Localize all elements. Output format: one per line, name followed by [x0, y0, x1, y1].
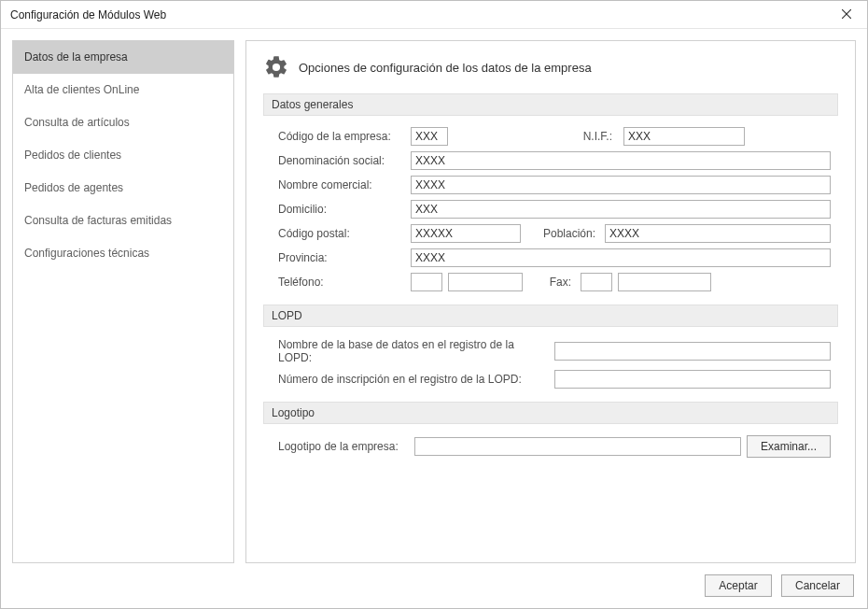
sidebar-item-config-tecnicas[interactable]: Configuraciones técnicas	[13, 237, 233, 270]
close-icon	[842, 8, 851, 21]
close-button[interactable]	[825, 1, 867, 29]
label-lopd-num: Número de inscripción en el registro de …	[278, 373, 549, 386]
lopd-db-input[interactable]	[554, 342, 831, 361]
label-provincia: Provincia:	[278, 251, 405, 264]
sidebar-item-label: Pedidos de agentes	[24, 181, 123, 194]
denominacion-input[interactable]	[411, 151, 831, 170]
label-poblacion: Población:	[526, 227, 599, 240]
section-title-general: Datos generales	[263, 93, 838, 116]
provincia-input[interactable]	[411, 248, 831, 267]
main-panel: Opciones de configuración de los datos d…	[245, 40, 856, 563]
comercial-input[interactable]	[411, 176, 831, 194]
codigo-empresa-input[interactable]	[411, 127, 448, 146]
sidebar: Datos de la empresa Alta de clientes OnL…	[12, 40, 234, 563]
sidebar-item-label: Alta de clientes OnLine	[24, 83, 139, 96]
gear-icon	[263, 54, 289, 80]
label-codigo-postal: Código postal:	[278, 227, 405, 240]
sidebar-item-consulta-articulos[interactable]: Consulta de artículos	[13, 106, 233, 139]
sidebar-item-label: Datos de la empresa	[24, 50, 128, 64]
label-lopd-db: Nombre de la base de datos en el registr…	[278, 338, 549, 364]
label-nif: N.I.F.:	[454, 130, 618, 143]
label-telefono: Teléfono:	[278, 276, 405, 289]
codigo-postal-input[interactable]	[411, 224, 521, 243]
sidebar-item-label: Consulta de facturas emitidas	[24, 214, 172, 227]
sidebar-item-label: Pedidos de clientes	[24, 149, 121, 162]
fax-prefix-input[interactable]	[581, 273, 612, 291]
fax-number-input[interactable]	[618, 273, 711, 291]
section-title-logo: Logotipo	[263, 402, 838, 424]
panel-title: Opciones de configuración de los datos d…	[299, 61, 592, 75]
sidebar-item-pedidos-agentes[interactable]: Pedidos de agentes	[13, 172, 233, 205]
lopd-num-input[interactable]	[554, 370, 831, 389]
logo-path-input[interactable]	[414, 437, 741, 456]
sidebar-item-consulta-facturas[interactable]: Consulta de facturas emitidas	[13, 205, 233, 237]
label-logo: Logotipo de la empresa:	[278, 440, 409, 453]
sidebar-item-pedidos-clientes[interactable]: Pedidos de clientes	[13, 139, 233, 172]
ok-button[interactable]: Aceptar	[705, 574, 772, 597]
sidebar-item-label: Consulta de artículos	[24, 116, 130, 129]
sidebar-item-label: Configuraciones técnicas	[24, 247, 149, 260]
telefono-prefix-input[interactable]	[411, 273, 442, 291]
cancel-button[interactable]: Cancelar	[781, 574, 854, 597]
label-denominacion: Denominación social:	[278, 154, 405, 167]
label-comercial: Nombre comercial:	[278, 178, 405, 191]
label-codigo-empresa: Código de la empresa:	[278, 130, 405, 143]
window-title: Configuración de Módulos Web	[10, 8, 825, 21]
browse-button[interactable]: Examinar...	[747, 435, 831, 458]
dialog-footer: Aceptar Cancelar	[1, 563, 867, 608]
domicilio-input[interactable]	[411, 200, 831, 219]
telefono-number-input[interactable]	[448, 273, 523, 291]
section-title-lopd: LOPD	[263, 304, 838, 327]
poblacion-input[interactable]	[605, 224, 831, 243]
label-fax: Fax:	[528, 276, 575, 289]
sidebar-item-alta-clientes[interactable]: Alta de clientes OnLine	[13, 74, 233, 106]
nif-input[interactable]	[623, 127, 745, 146]
sidebar-item-datos-empresa[interactable]: Datos de la empresa	[13, 41, 233, 74]
label-domicilio: Domicilio:	[278, 203, 405, 216]
